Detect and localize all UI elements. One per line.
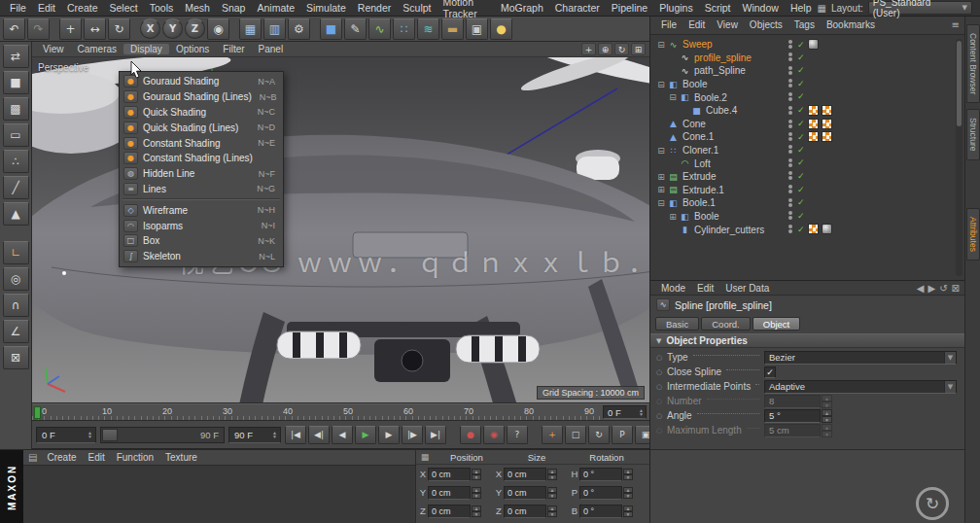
menubar-item-script[interactable]: Script	[699, 2, 737, 14]
stepper-icon[interactable]: ▲▼	[822, 424, 832, 437]
stepper-icon[interactable]: ▲▼	[639, 408, 644, 416]
enable-check-icon[interactable]: ✓	[797, 65, 805, 75]
move-tool-icon[interactable]: +	[59, 18, 82, 40]
phong-tag-icon[interactable]	[808, 39, 819, 50]
menubar-item-create[interactable]: Create	[61, 2, 104, 14]
menu-item-lines[interactable]: ≡LinesN~G	[120, 182, 283, 197]
object-row-loft[interactable]: ◠Loft✓	[650, 157, 964, 170]
quantize-icon[interactable]: ∠	[3, 320, 29, 343]
menubar-item-pipeline[interactable]: Pipeline	[606, 2, 653, 14]
visibility-dots[interactable]	[787, 158, 794, 167]
enable-check-icon[interactable]: ✓	[797, 157, 805, 167]
floor-icon[interactable]: ▬	[441, 18, 464, 40]
keyframe-circle-icon[interactable]: ○	[656, 412, 667, 420]
forward-arrow-icon[interactable]: ▶	[928, 283, 936, 294]
am-menu-user-data[interactable]: User Data	[719, 283, 775, 294]
lock-icon[interactable]: ⊠	[952, 283, 960, 294]
menu-item-gouraud-shading-lines[interactable]: ●Gouraud Shading (Lines)N~B	[120, 89, 283, 105]
tab-object[interactable]: Object	[752, 317, 800, 331]
visibility-dots[interactable]	[787, 185, 794, 193]
visibility-dots[interactable]	[787, 92, 794, 101]
pan-view-icon[interactable]: +	[581, 43, 596, 55]
phong-tag-icon[interactable]	[822, 224, 832, 234]
viewport-menu-display[interactable]: Display	[123, 44, 169, 54]
solo-mode-icon[interactable]: ◎	[3, 267, 29, 291]
stepper-icon[interactable]: ▲▼	[623, 487, 633, 499]
checker-tag-icon[interactable]	[808, 119, 819, 129]
simulate-icon[interactable]: ≋	[417, 18, 439, 40]
goto-end-button[interactable]: ▶|	[425, 426, 446, 444]
menubar-item-snap[interactable]: Snap	[216, 2, 252, 14]
menu-item-quick-shading-lines[interactable]: ●Quick Shading (Lines)N~D	[120, 120, 283, 135]
record-position-toggle[interactable]: +	[542, 426, 563, 444]
zoom-view-icon[interactable]: ⊕	[598, 43, 612, 55]
om-menu-objects[interactable]: Objects	[744, 19, 788, 30]
render-region-icon[interactable]: ▥	[263, 18, 286, 40]
expander-icon[interactable]: ⊞	[655, 172, 667, 182]
checker-tag-icon[interactable]	[808, 131, 819, 142]
light-icon[interactable]: ●	[490, 18, 512, 40]
object-row-profile-spline[interactable]: ∿profile_spline✓	[650, 52, 964, 65]
expander-icon[interactable]: ⊟	[667, 92, 679, 102]
render-view-icon[interactable]: ▦	[239, 18, 262, 40]
checker-tag-icon[interactable]	[808, 105, 819, 116]
enable-check-icon[interactable]: ✓	[797, 145, 805, 155]
points-mode-icon[interactable]: ∴	[3, 150, 29, 173]
menu-item-box[interactable]: □BoxN~K	[120, 233, 283, 249]
play-button[interactable]: ▶	[355, 426, 376, 444]
keyframe-circle-icon[interactable]: ○	[656, 354, 667, 362]
coord-b-rot-field[interactable]: 0 °	[579, 505, 622, 518]
visibility-dots[interactable]	[787, 132, 794, 141]
stepper-icon[interactable]: ▲▼	[272, 431, 277, 438]
range-thumb[interactable]	[102, 429, 118, 441]
layout-grid-icon[interactable]: ▦	[817, 3, 825, 14]
menubar-item-mesh[interactable]: Mesh	[179, 2, 216, 14]
object-row-cylinder-cutters[interactable]: ▮Cylinder_cutters✓	[650, 223, 964, 236]
redo-icon[interactable]: ↷	[27, 18, 50, 40]
edges-mode-icon[interactable]: ╱	[3, 176, 29, 199]
spline-pen-icon[interactable]: ✎	[344, 18, 367, 40]
rotate-view-icon[interactable]: ↻	[614, 43, 629, 55]
object-row-cloner-1[interactable]: ⊟∷Cloner.1✓	[650, 144, 964, 157]
intermediate-points-select[interactable]: Adaptive▼	[764, 380, 957, 394]
object-row-boole-2[interactable]: ⊟◧Boole.2✓	[650, 90, 964, 104]
viewport-menu-cameras[interactable]: Cameras	[71, 44, 124, 54]
object-row-extrude-1[interactable]: ⊞▤Extrude.1✓	[650, 184, 964, 197]
next-key-button[interactable]: |▶	[402, 426, 423, 444]
material-menu-function[interactable]: Function	[111, 452, 159, 463]
keyframe-selection-button[interactable]: ?	[507, 426, 528, 444]
record-keyframe-button[interactable]: ●	[460, 426, 481, 444]
make-editable-icon[interactable]: ⇄	[3, 45, 29, 68]
angle-field[interactable]: 5 °	[764, 409, 821, 423]
visibility-dots[interactable]	[787, 79, 794, 87]
coordinate-system-icon[interactable]: ◉	[207, 18, 229, 40]
menu-item-gouraud-shading[interactable]: ●Gouraud ShadingN~A	[120, 74, 283, 89]
autokey-button[interactable]: ◉	[483, 426, 505, 444]
axis-mode-icon[interactable]: ∟	[3, 241, 29, 264]
timeline-ruler[interactable]: 0102030405060708090	[32, 404, 601, 420]
rotate-tool-icon[interactable]: ↻	[108, 18, 130, 40]
am-menu-edit[interactable]: Edit	[691, 283, 719, 294]
material-menu-texture[interactable]: Texture	[159, 452, 203, 463]
am-menu-mode[interactable]: Mode	[655, 283, 691, 294]
object-row-cone[interactable]: ▲Cone✓	[650, 118, 964, 131]
keyframe-circle-icon[interactable]: ○	[656, 368, 667, 376]
object-row-boole[interactable]: ⊞◧Boole✓	[650, 210, 964, 224]
expander-icon[interactable]: ⊟	[655, 40, 667, 50]
checker-tag-icon[interactable]	[822, 131, 832, 142]
object-row-boole[interactable]: ⊟◧Boole✓	[650, 78, 964, 91]
coord-x-pos-field[interactable]: 0 cm	[428, 468, 471, 481]
next-frame-button[interactable]: ▶	[378, 426, 400, 444]
menu-item-constant-shading[interactable]: ●Constant ShadingN~E	[120, 135, 283, 151]
panel-menu-icon[interactable]: ≡	[952, 19, 960, 30]
coord-y-pos-field[interactable]: 0 cm	[428, 486, 471, 500]
menubar-item-help[interactable]: Help	[785, 2, 818, 14]
menubar-item-simulate[interactable]: Simulate	[300, 2, 352, 14]
visibility-dots[interactable]	[787, 40, 794, 49]
goto-start-button[interactable]: |◀	[285, 426, 306, 444]
stepper-icon[interactable]: ▲▼	[547, 506, 557, 517]
side-tab-structure[interactable]: Structure	[966, 109, 980, 160]
menu-item-constant-shading-lines[interactable]: ●Constant Shading (Lines)	[120, 151, 283, 166]
om-menu-tags[interactable]: Tags	[788, 19, 821, 30]
stepper-icon[interactable]: ▲▼	[88, 431, 92, 438]
